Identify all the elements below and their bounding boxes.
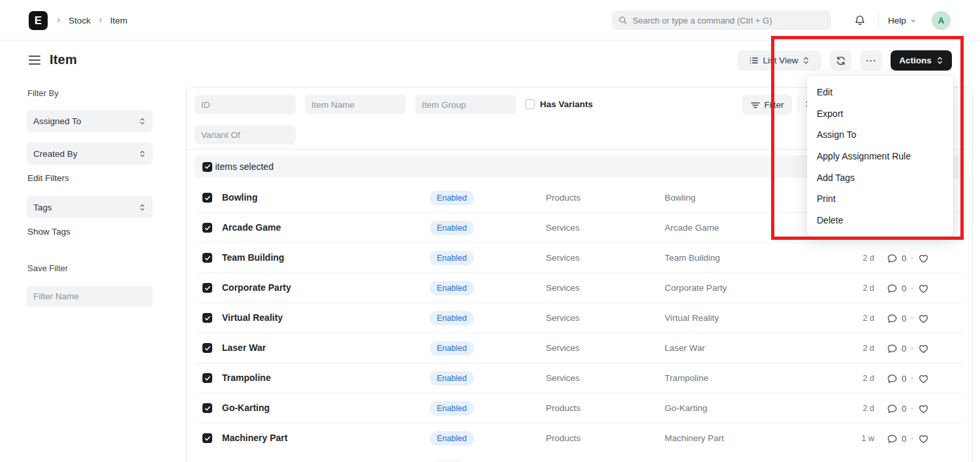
table-row[interactable]: Machinery Part Enabled Products Machiner… [187,423,972,454]
row-checkbox[interactable] [202,283,212,293]
actions-menu-item[interactable]: Add Tags [807,167,953,188]
filter-button[interactable]: Filter [742,95,792,115]
status-badge: Enabled [430,251,474,265]
table-row[interactable]: Team Building Enabled Services Team Buil… [187,243,972,273]
comment-count: 0 [902,404,906,414]
filter-item-group-input[interactable] [415,95,516,114]
select-all-checkbox[interactable] [202,162,212,172]
row-checkbox[interactable] [202,433,212,443]
row-meta: 0 · [887,433,929,444]
comment-count: 0 [902,314,906,323]
updown-caret-icon [139,150,146,158]
created-by-select[interactable]: Created By [26,142,153,165]
item-name-cell: Virtual Reality [665,313,719,323]
item-id-link[interactable]: Laser War [222,342,266,353]
filter-variant-of-input[interactable] [195,125,296,144]
app-window: E Stock Item Help [0,0,980,462]
table-row[interactable]: Go-Karting Enabled Products Go-Karting 2… [187,393,972,423]
actions-button[interactable]: Actions [891,50,952,71]
has-variants-checkbox[interactable] [525,99,535,109]
sidebar-toggle-icon[interactable] [29,56,40,65]
heart-icon[interactable] [918,403,929,414]
comment-count: 0 [902,374,906,384]
actions-menu-item[interactable]: Delete [807,210,953,231]
item-id-link[interactable]: Arcade Game [222,222,281,233]
help-menu[interactable]: Help [888,0,917,41]
search-input[interactable] [633,16,825,25]
comment-count: 0 [902,284,906,293]
row-meta: 0 · [887,342,929,354]
item-group-cell: Products [546,193,580,203]
search-icon [618,16,627,25]
view-switcher-button[interactable]: List View [737,50,821,71]
actions-menu-item[interactable]: Edit [807,82,953,103]
item-group-cell: Services [546,253,580,263]
row-meta: 0 · [887,403,929,414]
item-group-cell: Services [546,313,580,323]
heart-icon[interactable] [918,313,929,324]
heart-icon[interactable] [918,433,929,444]
show-tags-link[interactable]: Show Tags [27,227,71,237]
item-id-link[interactable]: Go-Karting [222,403,270,413]
tags-select[interactable]: Tags [26,196,153,218]
item-id-link[interactable]: Team Building [222,252,284,263]
actions-menu-item[interactable]: Export [807,103,953,125]
filter-separator [798,97,799,113]
row-checkbox[interactable] [202,193,212,203]
row-checkbox[interactable] [202,373,212,383]
dot-separator: · [910,252,913,264]
chevron-right-icon [55,16,63,24]
table-row[interactable]: Trampoline Enabled Services Trampoline 2… [187,363,972,393]
updown-caret-icon [936,56,943,65]
actions-menu-item[interactable]: Assign To [807,124,953,146]
refresh-button[interactable] [830,50,851,71]
comment-count: 0 [902,344,906,354]
edit-filters-link[interactable]: Edit Filters [27,173,69,183]
breadcrumb-item[interactable]: Item [110,16,127,25]
has-variants-filter[interactable]: Has Variants [525,99,593,109]
more-options-button[interactable]: ··· [861,50,882,71]
row-checkbox[interactable] [202,313,212,323]
item-name-cell: Trampoline [665,373,708,383]
modified-cell: 2 d [843,344,874,353]
filter-item-name-input[interactable] [305,95,406,114]
user-avatar[interactable]: A [932,11,951,30]
modified-cell: 2 d [843,314,874,323]
filter-id-input[interactable] [195,95,296,114]
filter-button-label: Filter [765,100,784,110]
actions-menu-item[interactable]: Apply Assignment Rule [807,146,953,167]
row-checkbox[interactable] [202,253,212,263]
heart-icon[interactable] [918,373,929,384]
row-checkbox[interactable] [202,223,212,233]
heart-icon[interactable] [918,253,929,264]
global-search[interactable] [612,10,831,30]
heart-icon[interactable] [918,283,929,294]
status-badge: Enabled [430,431,474,446]
item-id-link[interactable]: Bowling [222,192,257,203]
chevron-right-icon [97,16,104,24]
comment-bubble-icon [887,283,898,294]
modified-cell: 2 d [843,254,874,263]
item-id-link[interactable]: Trampoline [222,372,271,383]
status-badge: Enabled [430,311,474,325]
item-id-link[interactable]: Corporate Party [222,282,291,293]
item-group-cell: Services [546,373,580,383]
actions-menu-item[interactable]: Print [807,188,953,210]
erpnext-logo-icon[interactable]: E [29,11,48,30]
table-row[interactable]: Virtual Reality Enabled Services Virtual… [187,303,972,333]
item-id-link[interactable]: Machinery Part [222,433,287,443]
notifications-bell-icon[interactable] [854,14,866,26]
assigned-to-select[interactable]: Assigned To [26,110,153,132]
heart-icon[interactable] [918,343,929,354]
actions-label: Actions [899,56,932,65]
ellipsis-icon: ··· [866,56,877,65]
row-checkbox[interactable] [202,343,212,353]
filter-name-input[interactable] [26,286,153,307]
item-id-link[interactable]: Virtual Reality [222,312,283,323]
table-row[interactable]: Laser War Enabled Services Laser War 2 d… [187,333,972,363]
row-checkbox[interactable] [202,403,212,413]
page-title: Item [50,52,77,67]
topbar-divider [878,12,879,28]
table-row[interactable]: Corporate Party Enabled Services Corpora… [187,273,972,303]
breadcrumb-stock[interactable]: Stock [69,16,91,25]
